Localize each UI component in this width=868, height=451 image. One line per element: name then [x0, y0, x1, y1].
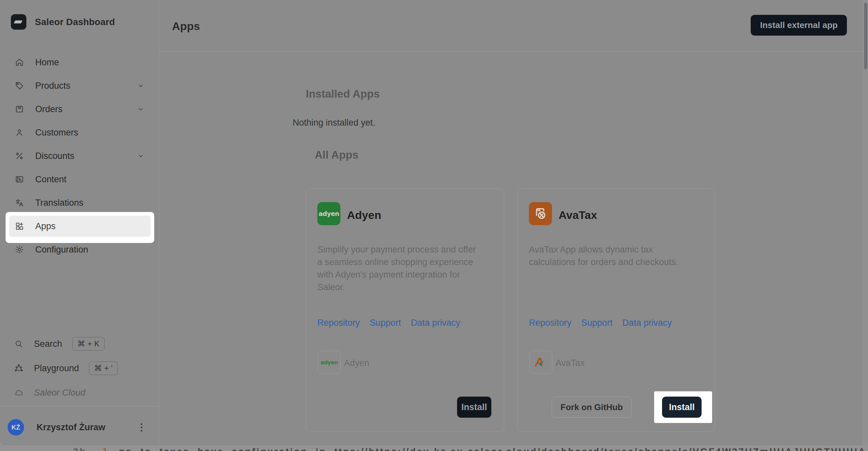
package-icon [15, 104, 24, 114]
fork-on-github-button[interactable]: Fork on GitHub [552, 397, 632, 418]
sidebar-item-label: Content [35, 174, 67, 185]
playground-shortcut-badge: ⌘ + ' [89, 361, 118, 375]
percent-icon [15, 151, 24, 160]
sidebar-item-content[interactable]: Content [9, 169, 151, 190]
docs-step-number: J. [101, 446, 112, 451]
saleor-logo-icon [11, 14, 26, 30]
gear-icon [15, 245, 24, 254]
media-icon [15, 175, 24, 184]
app-logo-row[interactable]: Saleor Dashboard [11, 14, 115, 30]
sidebar-item-products[interactable]: Products [9, 75, 151, 96]
sidebar-utilities: Search ⌘ + K Playground ⌘ + ' Saleor Clo… [0, 333, 159, 407]
sidebar-item-orders[interactable]: Orders [9, 98, 151, 120]
chevron-down-icon [136, 104, 145, 114]
saleor-cloud-label: Saleor Cloud [34, 388, 85, 398]
adyen-logo-icon: adyen [317, 202, 340, 225]
docs-line-fragment: 3b [73, 446, 87, 451]
translate-icon [15, 198, 24, 207]
adyen-small-logo-icon: adyen [318, 351, 341, 374]
app-tile-label: AvaTax [556, 358, 585, 368]
page-title: Apps [172, 20, 200, 33]
sidebar-item-label: Home [35, 57, 59, 68]
person-icon [15, 128, 24, 137]
cloud-icon [14, 388, 23, 397]
empty-state-message: Nothing installed yet. [292, 118, 375, 128]
sidebar-divider [0, 406, 159, 407]
data-privacy-link[interactable]: Data privacy [622, 318, 672, 328]
app-card-links: Repository Support Data privacy [529, 318, 672, 328]
app-card-description: AvaTax App allows dynamic tax calculatio… [529, 243, 678, 268]
apps-grid-icon [15, 221, 24, 231]
tag-icon [15, 81, 24, 90]
install-button-adyen[interactable]: Install [457, 397, 491, 418]
playground-button[interactable]: Playground ⌘ + ' [9, 358, 151, 379]
screenshot-canvas: 3b J. go to taxes have configuration in … [0, 0, 868, 451]
repository-link[interactable]: Repository [529, 318, 571, 328]
sidebar-item-configuration[interactable]: Configuration [9, 239, 151, 260]
app-card-title: Adyen [347, 209, 381, 221]
repository-link[interactable]: Repository [317, 318, 360, 328]
installed-apps-heading: Installed Apps [306, 88, 380, 100]
scrollbar-thumb[interactable] [864, 3, 867, 69]
user-menu[interactable]: KŻ Krzysztof Żuraw [0, 412, 159, 443]
all-apps-heading: All Apps [315, 149, 359, 161]
sidebar-item-home[interactable]: Home [9, 52, 151, 73]
install-button-avatax[interactable]: Install [662, 397, 702, 418]
scrollbar-track[interactable] [863, 0, 868, 446]
install-external-app-button[interactable]: Install external app [751, 15, 847, 36]
user-menu-kebab-icon[interactable] [139, 421, 144, 433]
app-tile-label: Adyen [344, 358, 369, 368]
user-name: Krzysztof Żuraw [37, 422, 105, 432]
sidebar-item-label: Configuration [35, 245, 88, 255]
sidebar-item-label: Translations [35, 198, 83, 208]
avatax-small-logo-icon: A✓ [529, 351, 552, 374]
sidebar-nav: Home Products Orders [0, 52, 159, 263]
data-privacy-link[interactable]: Data privacy [411, 318, 460, 328]
sidebar-item-label: Products [35, 81, 70, 91]
docs-divider-line [854, 446, 855, 451]
app-title: Saleor Dashboard [35, 17, 115, 27]
playground-label: Playground [34, 363, 79, 373]
page-header: Apps Install external app [159, 0, 863, 52]
sidebar-item-translations[interactable]: Translations [9, 192, 151, 213]
search-label: Search [34, 339, 62, 349]
sidebar-item-apps[interactable]: Apps [9, 216, 151, 237]
sidebar-item-label: Orders [35, 104, 63, 114]
saleor-dashboard-window: Saleor Dashboard Home Products [0, 0, 868, 446]
avatar: KŻ [7, 419, 24, 435]
app-card-description: Simplify your payment process and offer … [317, 243, 476, 293]
saleor-cloud-link[interactable]: Saleor Cloud [9, 382, 151, 403]
chevron-down-icon [136, 151, 145, 160]
search-icon [14, 339, 23, 349]
chevron-down-icon [136, 81, 145, 90]
avatax-logo-icon [529, 202, 552, 225]
app-card-avatax: AvaTax AvaTax App allows dynamic tax cal… [517, 188, 715, 431]
sidebar-item-discounts[interactable]: Discounts [9, 145, 151, 167]
home-icon [15, 58, 24, 67]
app-card-title: AvaTax [559, 209, 597, 221]
sidebar-item-label: Discounts [35, 151, 74, 161]
docs-line-fragment: go to taxes have configuration in ttps:/… [119, 446, 866, 451]
sidebar-item-label: Apps [35, 221, 56, 232]
app-card-adyen: adyen Adyen Simplify your payment proces… [306, 188, 504, 431]
support-link[interactable]: Support [370, 318, 401, 328]
clipped-docs-line: 3b J. go to taxes have configuration in … [0, 446, 868, 451]
sidebar-item-label: Customers [35, 128, 79, 138]
support-link[interactable]: Support [581, 318, 613, 328]
search-shortcut-badge: ⌘ + K [72, 337, 105, 351]
sidebar-item-customers[interactable]: Customers [9, 122, 151, 143]
app-card-links: Repository Support Data privacy [317, 318, 460, 328]
graphql-icon [14, 364, 23, 373]
main-area: Apps Install external app Installed Apps… [159, 0, 863, 446]
search-button[interactable]: Search ⌘ + K [9, 333, 151, 354]
sidebar: Saleor Dashboard Home Products [0, 0, 159, 446]
